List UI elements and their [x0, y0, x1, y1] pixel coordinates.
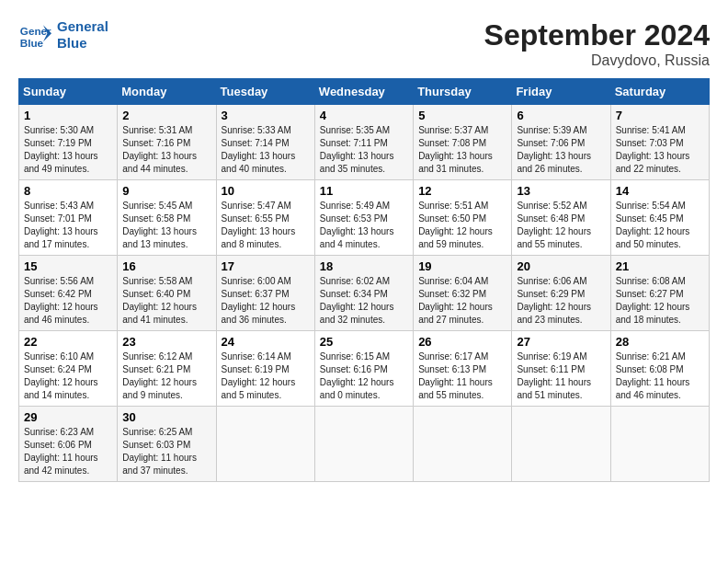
- day-number: 9: [122, 184, 210, 198]
- day-number: 16: [122, 259, 210, 273]
- calendar-table: SundayMondayTuesdayWednesdayThursdayFrid…: [18, 78, 710, 482]
- calendar-day-6: 6Sunrise: 5:39 AMSunset: 7:06 PMDaylight…: [512, 105, 610, 180]
- day-detail: Sunrise: 5:52 AMSunset: 6:48 PMDaylight:…: [517, 200, 605, 251]
- logo-general: General: [57, 18, 108, 35]
- calendar-day-5: 5Sunrise: 5:37 AMSunset: 7:08 PMDaylight…: [414, 105, 512, 180]
- day-detail: Sunrise: 6:25 AMSunset: 6:03 PMDaylight:…: [122, 426, 210, 477]
- calendar-day-20: 20Sunrise: 6:06 AMSunset: 6:29 PMDayligh…: [512, 256, 610, 331]
- day-header-sunday: Sunday: [19, 79, 118, 105]
- calendar-day-3: 3Sunrise: 5:33 AMSunset: 7:14 PMDaylight…: [216, 105, 314, 180]
- day-detail: Sunrise: 5:31 AMSunset: 7:16 PMDaylight:…: [122, 124, 210, 176]
- day-number: 21: [616, 259, 704, 273]
- empty-cell: [610, 407, 709, 482]
- day-number: 5: [418, 109, 506, 122]
- day-detail: Sunrise: 6:10 AMSunset: 6:24 PMDaylight:…: [24, 350, 112, 402]
- calendar-day-7: 7Sunrise: 5:41 AMSunset: 7:03 PMDaylight…: [610, 105, 709, 180]
- day-detail: Sunrise: 5:41 AMSunset: 7:03 PMDaylight:…: [616, 124, 704, 176]
- day-number: 27: [517, 335, 605, 349]
- empty-cell: [314, 407, 413, 482]
- day-number: 11: [320, 184, 408, 198]
- day-number: 10: [222, 184, 310, 198]
- day-detail: Sunrise: 6:00 AMSunset: 6:37 PMDaylight:…: [222, 275, 310, 327]
- day-number: 4: [320, 109, 408, 122]
- calendar-day-27: 27Sunrise: 6:19 AMSunset: 6:11 PMDayligh…: [512, 331, 610, 407]
- day-number: 7: [616, 109, 704, 122]
- day-detail: Sunrise: 6:02 AMSunset: 6:34 PMDaylight:…: [320, 275, 408, 327]
- day-header-saturday: Saturday: [610, 79, 709, 105]
- day-number: 17: [222, 259, 310, 273]
- day-detail: Sunrise: 5:35 AMSunset: 7:11 PMDaylight:…: [320, 124, 408, 176]
- empty-cell: [216, 407, 314, 482]
- day-detail: Sunrise: 6:19 AMSunset: 6:11 PMDaylight:…: [517, 350, 605, 402]
- calendar-day-15: 15Sunrise: 5:56 AMSunset: 6:42 PMDayligh…: [19, 256, 118, 331]
- calendar-day-14: 14Sunrise: 5:54 AMSunset: 6:45 PMDayligh…: [610, 180, 709, 256]
- calendar-day-30: 30Sunrise: 6:25 AMSunset: 6:03 PMDayligh…: [118, 407, 216, 482]
- calendar-day-19: 19Sunrise: 6:04 AMSunset: 6:32 PMDayligh…: [414, 256, 512, 331]
- calendar-day-28: 28Sunrise: 6:21 AMSunset: 6:08 PMDayligh…: [610, 331, 709, 407]
- day-number: 1: [24, 109, 112, 122]
- day-detail: Sunrise: 6:15 AMSunset: 6:16 PMDaylight:…: [320, 350, 408, 402]
- day-detail: Sunrise: 5:56 AMSunset: 6:42 PMDaylight:…: [24, 275, 112, 327]
- logo-blue: Blue: [57, 35, 108, 52]
- day-number: 19: [418, 259, 506, 273]
- day-header-monday: Monday: [118, 79, 216, 105]
- day-detail: Sunrise: 5:58 AMSunset: 6:40 PMDaylight:…: [122, 275, 210, 327]
- day-detail: Sunrise: 6:08 AMSunset: 6:27 PMDaylight:…: [616, 275, 704, 327]
- day-detail: Sunrise: 6:04 AMSunset: 6:32 PMDaylight:…: [418, 275, 506, 327]
- svg-text:Blue: Blue: [20, 37, 44, 49]
- day-number: 2: [122, 109, 210, 122]
- day-detail: Sunrise: 5:54 AMSunset: 6:45 PMDaylight:…: [616, 200, 704, 251]
- day-detail: Sunrise: 6:17 AMSunset: 6:13 PMDaylight:…: [418, 350, 506, 402]
- day-header-thursday: Thursday: [414, 79, 512, 105]
- day-number: 18: [320, 259, 408, 273]
- day-detail: Sunrise: 5:33 AMSunset: 7:14 PMDaylight:…: [222, 124, 310, 176]
- day-number: 8: [24, 184, 112, 198]
- day-number: 3: [222, 109, 310, 122]
- calendar-day-18: 18Sunrise: 6:02 AMSunset: 6:34 PMDayligh…: [314, 256, 413, 331]
- day-detail: Sunrise: 5:39 AMSunset: 7:06 PMDaylight:…: [517, 124, 605, 176]
- day-header-friday: Friday: [512, 79, 610, 105]
- day-detail: Sunrise: 6:21 AMSunset: 6:08 PMDaylight:…: [616, 350, 704, 402]
- calendar-day-8: 8Sunrise: 5:43 AMSunset: 7:01 PMDaylight…: [19, 180, 118, 256]
- location: Davydovo, Russia: [484, 52, 710, 69]
- calendar-day-16: 16Sunrise: 5:58 AMSunset: 6:40 PMDayligh…: [118, 256, 216, 331]
- day-number: 30: [122, 410, 210, 424]
- day-number: 20: [517, 259, 605, 273]
- calendar-day-29: 29Sunrise: 6:23 AMSunset: 6:06 PMDayligh…: [19, 407, 118, 482]
- day-detail: Sunrise: 5:45 AMSunset: 6:58 PMDaylight:…: [122, 200, 210, 251]
- day-number: 28: [616, 335, 704, 349]
- calendar-week-3: 15Sunrise: 5:56 AMSunset: 6:42 PMDayligh…: [19, 256, 710, 331]
- calendar-day-21: 21Sunrise: 6:08 AMSunset: 6:27 PMDayligh…: [610, 256, 709, 331]
- day-detail: Sunrise: 5:49 AMSunset: 6:53 PMDaylight:…: [320, 200, 408, 251]
- calendar-day-9: 9Sunrise: 5:45 AMSunset: 6:58 PMDaylight…: [118, 180, 216, 256]
- day-number: 29: [24, 410, 112, 424]
- page-header: General Blue General Blue September 2024…: [18, 18, 710, 69]
- logo: General Blue General Blue: [18, 18, 108, 52]
- day-number: 25: [320, 335, 408, 349]
- calendar-week-4: 22Sunrise: 6:10 AMSunset: 6:24 PMDayligh…: [19, 331, 710, 407]
- calendar-day-25: 25Sunrise: 6:15 AMSunset: 6:16 PMDayligh…: [314, 331, 413, 407]
- day-number: 15: [24, 259, 112, 273]
- day-number: 22: [24, 335, 112, 349]
- day-detail: Sunrise: 5:30 AMSunset: 7:19 PMDaylight:…: [24, 124, 112, 176]
- calendar-week-2: 8Sunrise: 5:43 AMSunset: 7:01 PMDaylight…: [19, 180, 710, 256]
- calendar-header-row: SundayMondayTuesdayWednesdayThursdayFrid…: [19, 79, 710, 105]
- month-title: September 2024: [484, 18, 710, 52]
- day-detail: Sunrise: 5:51 AMSunset: 6:50 PMDaylight:…: [418, 200, 506, 251]
- calendar-day-26: 26Sunrise: 6:17 AMSunset: 6:13 PMDayligh…: [414, 331, 512, 407]
- calendar-day-12: 12Sunrise: 5:51 AMSunset: 6:50 PMDayligh…: [414, 180, 512, 256]
- day-detail: Sunrise: 5:37 AMSunset: 7:08 PMDaylight:…: [418, 124, 506, 176]
- day-number: 24: [222, 335, 310, 349]
- title-block: September 2024 Davydovo, Russia: [484, 18, 710, 69]
- calendar-day-24: 24Sunrise: 6:14 AMSunset: 6:19 PMDayligh…: [216, 331, 314, 407]
- day-detail: Sunrise: 6:14 AMSunset: 6:19 PMDaylight:…: [222, 350, 310, 402]
- day-number: 6: [517, 109, 605, 122]
- calendar-day-2: 2Sunrise: 5:31 AMSunset: 7:16 PMDaylight…: [118, 105, 216, 180]
- calendar-day-22: 22Sunrise: 6:10 AMSunset: 6:24 PMDayligh…: [19, 331, 118, 407]
- day-header-tuesday: Tuesday: [216, 79, 314, 105]
- empty-cell: [512, 407, 610, 482]
- calendar-day-17: 17Sunrise: 6:00 AMSunset: 6:37 PMDayligh…: [216, 256, 314, 331]
- day-detail: Sunrise: 6:06 AMSunset: 6:29 PMDaylight:…: [517, 275, 605, 327]
- day-detail: Sunrise: 6:23 AMSunset: 6:06 PMDaylight:…: [24, 426, 112, 477]
- calendar-day-13: 13Sunrise: 5:52 AMSunset: 6:48 PMDayligh…: [512, 180, 610, 256]
